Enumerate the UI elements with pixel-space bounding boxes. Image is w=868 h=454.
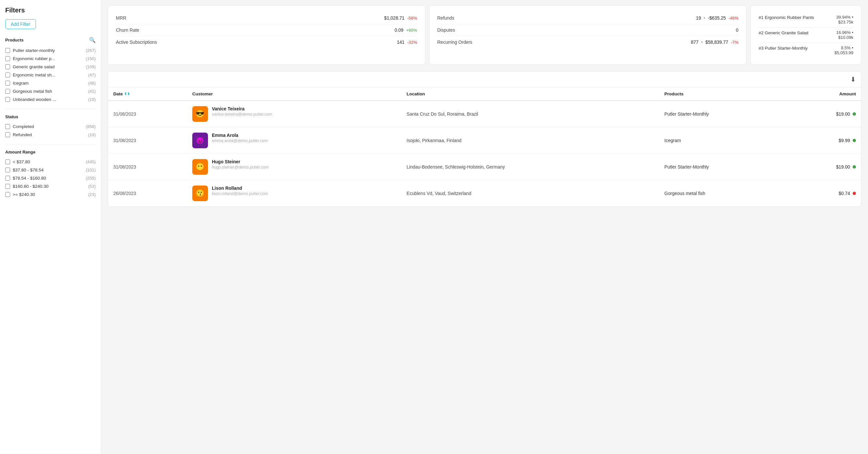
table-toolbar: ⬇ (108, 71, 861, 88)
filter-item-amount[interactable]: $37.80 - $78.54 (101) (5, 166, 96, 174)
amount-checkbox[interactable] (5, 159, 10, 164)
filter-item-amount[interactable]: >= $240.30 (23) (5, 190, 96, 199)
filter-item-product[interactable]: Putler starter-monthly (267) (5, 47, 96, 55)
amount-label: Amount Range (5, 150, 35, 154)
product-count: (47) (88, 72, 96, 78)
amount-range: $78.54 - $160.80 (13, 176, 46, 181)
status-checkbox[interactable] (5, 124, 10, 129)
amount-checkbox[interactable] (5, 184, 10, 189)
filter-item-product[interactable]: Ergonomic metal sh... (47) (5, 71, 96, 79)
product-name: Generic granite salad (13, 64, 55, 69)
cell-product: Putler Starter-Monthly (659, 100, 789, 127)
stat-card-1-rows: MRR $1,028.71 -56% Churn Rate 0.09 +90% … (116, 12, 417, 48)
status-checkbox[interactable] (5, 132, 10, 137)
filter-item-product[interactable]: Gorgeous metal fish (41) (5, 87, 96, 95)
table-row[interactable]: 31/08/2023 😶 Hugo Steiner hugo.steiner@d… (108, 154, 861, 180)
top-product-value: $10.09k (836, 35, 853, 40)
col-customer[interactable]: Customer (187, 88, 402, 100)
top-product-pct: 8.5% • (834, 46, 853, 50)
stat-value-group: 877•$58,839.77-7% (691, 39, 738, 45)
cell-customer: 😗 Lison Rolland lison.rolland@demo.putle… (187, 180, 402, 207)
filter-item-status[interactable]: Completed (858) (5, 122, 96, 131)
amount-checkbox[interactable] (5, 192, 10, 197)
status-label: Status (5, 114, 18, 119)
product-checkbox[interactable] (5, 64, 10, 69)
product-count: (267) (86, 48, 96, 53)
stat-row: Recurring Orders 877•$58,839.77-7% (437, 36, 739, 48)
amount-count: (255) (86, 176, 96, 181)
filter-item-product[interactable]: Icegram (46) (5, 79, 96, 87)
products-label: Products (5, 37, 24, 42)
cell-product: Gorgeous metal fish (659, 180, 789, 207)
stat-value-group: 0 (736, 27, 738, 33)
filter-item-amount[interactable]: $78.54 - $160.80 (255) (5, 174, 96, 182)
filter-item-status[interactable]: Refunded (19) (5, 131, 96, 139)
stat-badge: -46% (728, 16, 738, 21)
cell-amount: $0.74 (789, 180, 861, 207)
top-product-stats: 16.96% • $10.09k (836, 30, 853, 40)
stat-value: 19 (696, 16, 701, 21)
cell-product: Putler Starter-Monthly (659, 154, 789, 180)
filter-item-product[interactable]: Generic granite salad (109) (5, 63, 96, 71)
product-name: Icegram (13, 81, 29, 86)
product-checkbox[interactable] (5, 56, 10, 61)
customer-email: hugo.steiner@demo.putler.com (212, 165, 269, 170)
transactions-table: Date ⬆⬇ Customer Location Products Amoun… (108, 88, 861, 206)
cell-location: Santa Cruz Do Sul, Roraima, Brazil (402, 100, 659, 127)
product-checkbox[interactable] (5, 89, 10, 94)
product-count: (109) (86, 64, 96, 69)
product-checkbox[interactable] (5, 72, 10, 78)
sidebar: Filters Add Filter Products 🔍 Putler sta… (0, 0, 101, 454)
col-location[interactable]: Location (402, 88, 659, 100)
customer-name: Lison Rolland (212, 185, 268, 191)
amount-range: >= $240.30 (13, 192, 35, 197)
filter-item-product[interactable]: Ergonomic rubber p... (150) (5, 55, 96, 63)
customer-info: Vanice Teixeira vanice.teixeira@demo.put… (212, 106, 272, 117)
table-row[interactable]: 31/08/2023 😈 Emma Arola emma.arola@demo.… (108, 127, 861, 154)
add-filter-button[interactable]: Add Filter (5, 19, 36, 29)
avatar: 😗 (192, 185, 208, 201)
stat-row: Refunds 19•-$635.25-46% (437, 12, 739, 24)
avatar: 😶 (192, 159, 208, 175)
amount-checkbox[interactable] (5, 168, 10, 173)
product-checkbox[interactable] (5, 48, 10, 53)
stat-label: Churn Rate (116, 27, 140, 33)
col-date[interactable]: Date ⬆⬇ (108, 88, 187, 100)
table-body: 31/08/2023 😎 Vanice Teixeira vanice.teix… (108, 100, 861, 206)
stat-value-group: 19•-$635.25-46% (696, 16, 738, 21)
top-product-row: #1 Ergonomic Rubber Pants 39.94% • $23.7… (758, 12, 853, 27)
status-count: (19) (88, 132, 96, 137)
product-count: (46) (88, 81, 96, 86)
table-row[interactable]: 31/08/2023 😎 Vanice Teixeira vanice.teix… (108, 100, 861, 127)
filter-item-amount[interactable]: < $37.80 (445) (5, 158, 96, 166)
top-product-name: #2 Generic Granite Salad (758, 30, 808, 36)
product-checkbox[interactable] (5, 81, 10, 86)
col-products[interactable]: Products (659, 88, 789, 100)
customer-info: Emma Arola emma.arola@demo.putler.com (212, 132, 268, 143)
amount-range: $160.80 - $240.30 (13, 184, 49, 189)
col-amount[interactable]: Amount (789, 88, 861, 100)
top-product-pct: 16.96% • (836, 30, 853, 35)
products-search-icon[interactable]: 🔍 (89, 37, 96, 43)
download-button[interactable]: ⬇ (850, 75, 856, 83)
cell-product: Icegram (659, 127, 789, 154)
filter-item-amount[interactable]: $160.80 - $240.30 (53) (5, 182, 96, 190)
top-products-list: #1 Ergonomic Rubber Pants 39.94% • $23.7… (758, 12, 853, 58)
status-section-header: Status (5, 114, 96, 119)
stat-badge: -7% (731, 40, 738, 45)
cell-location: Isojoki, Pirkanmaa, Finland (402, 127, 659, 154)
product-name: Ergonomic rubber p... (13, 56, 55, 61)
avatar: 😎 (192, 106, 208, 122)
product-count: (19) (88, 97, 96, 102)
top-product-stats: 39.94% • $23.75k (836, 15, 853, 25)
product-count: (41) (88, 89, 96, 94)
filter-item-product[interactable]: Unbranded wooden ... (19) (5, 95, 96, 103)
amount-checkbox[interactable] (5, 176, 10, 181)
cell-amount: $19.00 (789, 100, 861, 127)
products-filter-list: Putler starter-monthly (267) Ergonomic r… (5, 47, 96, 103)
product-checkbox[interactable] (5, 97, 10, 102)
product-name: Putler starter-monthly (13, 48, 55, 53)
table-row[interactable]: 26/08/2023 😗 Lison Rolland lison.rolland… (108, 180, 861, 207)
amount-count: (101) (86, 168, 96, 173)
stat-value: 0 (736, 27, 738, 33)
